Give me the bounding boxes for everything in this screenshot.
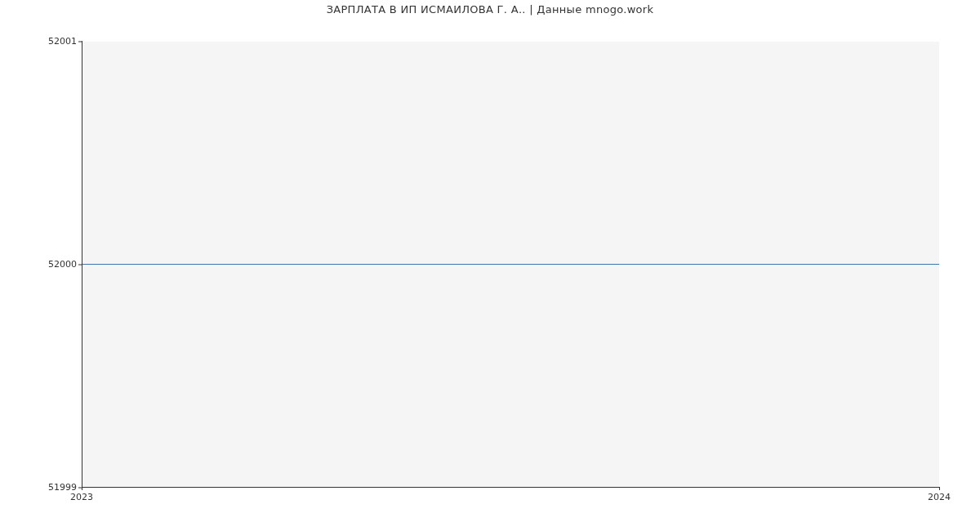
tick-text: 52000 xyxy=(48,259,77,270)
series-line xyxy=(82,264,939,265)
tick-mark xyxy=(939,487,940,490)
salary-line-chart: ЗАРПЛАТА В ИП ИСМАИЛОВА Г. А.. | Данные … xyxy=(0,0,980,531)
gridline xyxy=(82,41,939,42)
x-tick-label: 2024 xyxy=(928,492,951,502)
x-axis-spine xyxy=(82,487,939,488)
tick-text: 52001 xyxy=(48,36,77,47)
y-tick-label: 51999 xyxy=(0,482,77,493)
tick-text: 51999 xyxy=(48,482,77,493)
y-tick-label: 52000 xyxy=(0,259,77,270)
y-axis-spine xyxy=(82,41,82,487)
x-tick-label: 2023 xyxy=(70,492,93,502)
tick-mark xyxy=(82,487,82,490)
tick-text: 2024 xyxy=(928,492,951,502)
chart-title: ЗАРПЛАТА В ИП ИСМАИЛОВА Г. А.. | Данные … xyxy=(0,3,980,16)
tick-mark xyxy=(78,264,82,265)
tick-text: 2023 xyxy=(70,492,93,502)
y-tick-label: 52001 xyxy=(0,36,77,47)
tick-mark xyxy=(78,41,82,42)
